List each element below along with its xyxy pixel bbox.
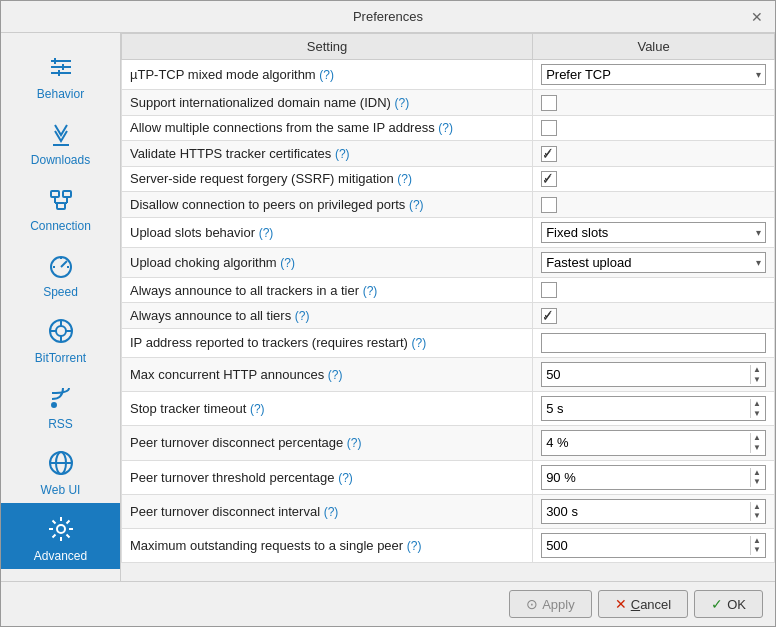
setting-cell: Max concurrent HTTP announces (?) bbox=[122, 357, 533, 391]
checkbox[interactable] bbox=[541, 120, 557, 136]
setting-help-link[interactable]: (?) bbox=[407, 539, 422, 553]
setting-name: Stop tracker timeout bbox=[130, 401, 246, 416]
spinner-controls[interactable]: ▲▼ bbox=[750, 399, 761, 418]
chevron-down-icon: ▾ bbox=[756, 227, 761, 238]
dropdown-value: Fixed slots bbox=[546, 225, 608, 240]
spinner[interactable]: 500▲▼ bbox=[541, 533, 766, 558]
apply-label: Apply bbox=[542, 597, 575, 612]
sidebar-item-bittorrent[interactable]: BitTorrent bbox=[1, 305, 120, 371]
spinner-up-icon[interactable]: ▲ bbox=[753, 502, 761, 512]
sidebar-item-rss[interactable]: RSS bbox=[1, 371, 120, 437]
value-cell: 50▲▼ bbox=[533, 357, 775, 391]
sidebar-item-speed[interactable]: Speed bbox=[1, 239, 120, 305]
spinner-up-icon[interactable]: ▲ bbox=[753, 536, 761, 546]
spinner-value: 5 s bbox=[546, 401, 563, 416]
setting-name: Upload choking algorithm bbox=[130, 255, 277, 270]
col-header-value: Value bbox=[533, 34, 775, 60]
table-row: Always announce to all trackers in a tie… bbox=[122, 277, 775, 303]
setting-help-link[interactable]: (?) bbox=[280, 256, 295, 270]
table-row: Upload choking algorithm (?)Fastest uplo… bbox=[122, 247, 775, 277]
setting-help-link[interactable]: (?) bbox=[397, 172, 412, 186]
setting-help-link[interactable]: (?) bbox=[347, 436, 362, 450]
setting-cell: IP address reported to trackers (require… bbox=[122, 328, 533, 357]
checkbox[interactable] bbox=[541, 95, 557, 111]
spinner[interactable]: 50▲▼ bbox=[541, 362, 766, 387]
dropdown[interactable]: Fastest upload▾ bbox=[541, 252, 766, 273]
setting-help-link[interactable]: (?) bbox=[338, 471, 353, 485]
ok-button[interactable]: ✓ OK bbox=[694, 590, 763, 618]
downloads-icon bbox=[43, 115, 79, 151]
spinner-controls[interactable]: ▲▼ bbox=[750, 433, 761, 452]
setting-name: IP address reported to trackers (require… bbox=[130, 335, 408, 350]
spinner-controls[interactable]: ▲▼ bbox=[750, 502, 761, 521]
setting-help-link[interactable]: (?) bbox=[412, 336, 427, 350]
setting-help-link[interactable]: (?) bbox=[438, 121, 453, 135]
setting-cell: Peer turnover disconnect percentage (?) bbox=[122, 426, 533, 460]
setting-name: Peer turnover threshold percentage bbox=[130, 470, 335, 485]
svg-line-15 bbox=[61, 261, 67, 267]
advanced-icon bbox=[43, 511, 79, 547]
spinner-down-icon[interactable]: ▼ bbox=[753, 545, 761, 555]
setting-help-link[interactable]: (?) bbox=[259, 226, 274, 240]
text-input[interactable] bbox=[541, 333, 766, 353]
sidebar-item-advanced[interactable]: Advanced bbox=[1, 503, 120, 569]
spinner-value: 50 bbox=[546, 367, 560, 382]
sidebar-item-webui[interactable]: Web UI bbox=[1, 437, 120, 503]
spinner-controls[interactable]: ▲▼ bbox=[750, 365, 761, 384]
setting-help-link[interactable]: (?) bbox=[409, 198, 424, 212]
settings-table-scroll[interactable]: Setting Value µTP-TCP mixed mode algorit… bbox=[121, 33, 775, 581]
spinner[interactable]: 4 %▲▼ bbox=[541, 430, 766, 455]
setting-cell: Allow multiple connections from the same… bbox=[122, 115, 533, 141]
setting-help-link[interactable]: (?) bbox=[295, 309, 310, 323]
spinner-down-icon[interactable]: ▼ bbox=[753, 477, 761, 487]
spinner-controls[interactable]: ▲▼ bbox=[750, 468, 761, 487]
checkbox[interactable] bbox=[541, 197, 557, 213]
setting-cell: Validate HTTPS tracker certificates (?) bbox=[122, 141, 533, 167]
table-row: µTP-TCP mixed mode algorithm (?)Prefer T… bbox=[122, 60, 775, 90]
setting-help-link[interactable]: (?) bbox=[319, 68, 334, 82]
close-button[interactable]: ✕ bbox=[747, 9, 767, 25]
setting-help-link[interactable]: (?) bbox=[324, 505, 339, 519]
svg-point-29 bbox=[57, 525, 65, 533]
spinner-up-icon[interactable]: ▲ bbox=[753, 365, 761, 375]
setting-help-link[interactable]: (?) bbox=[335, 147, 350, 161]
setting-name: Upload slots behavior bbox=[130, 225, 255, 240]
sidebar-item-connection[interactable]: Connection bbox=[1, 173, 120, 239]
dropdown[interactable]: Fixed slots▾ bbox=[541, 222, 766, 243]
sidebar-label-rss: RSS bbox=[48, 417, 73, 431]
sidebar-item-behavior[interactable]: Behavior bbox=[1, 41, 120, 107]
apply-button[interactable]: ⊙ Apply bbox=[509, 590, 592, 618]
spinner-down-icon[interactable]: ▼ bbox=[753, 409, 761, 419]
setting-cell: µTP-TCP mixed mode algorithm (?) bbox=[122, 60, 533, 90]
checkbox[interactable] bbox=[541, 282, 557, 298]
spinner-down-icon[interactable]: ▼ bbox=[753, 511, 761, 521]
checkbox[interactable]: ✓ bbox=[541, 308, 557, 324]
setting-help-link[interactable]: (?) bbox=[363, 284, 378, 298]
spinner[interactable]: 5 s▲▼ bbox=[541, 396, 766, 421]
value-cell: ✓ bbox=[533, 166, 775, 192]
spinner-down-icon[interactable]: ▼ bbox=[753, 375, 761, 385]
spinner-value: 90 % bbox=[546, 470, 576, 485]
setting-help-link[interactable]: (?) bbox=[328, 368, 343, 382]
checkbox[interactable]: ✓ bbox=[541, 171, 557, 187]
value-cell bbox=[533, 277, 775, 303]
sidebar-item-downloads[interactable]: Downloads bbox=[1, 107, 120, 173]
spinner-up-icon[interactable]: ▲ bbox=[753, 468, 761, 478]
checkbox[interactable]: ✓ bbox=[541, 146, 557, 162]
table-row: IP address reported to trackers (require… bbox=[122, 328, 775, 357]
spinner[interactable]: 90 %▲▼ bbox=[541, 465, 766, 490]
setting-name: Max concurrent HTTP announces bbox=[130, 367, 324, 382]
webui-icon bbox=[43, 445, 79, 481]
dropdown[interactable]: Prefer TCP▾ bbox=[541, 64, 766, 85]
spinner-up-icon[interactable]: ▲ bbox=[753, 433, 761, 443]
table-row: Always announce to all tiers (?)✓ bbox=[122, 303, 775, 329]
spinner-down-icon[interactable]: ▼ bbox=[753, 443, 761, 453]
spinner-controls[interactable]: ▲▼ bbox=[750, 536, 761, 555]
spinner[interactable]: 300 s▲▼ bbox=[541, 499, 766, 524]
cancel-button[interactable]: ✕ Cancel bbox=[598, 590, 688, 618]
apply-icon: ⊙ bbox=[526, 596, 538, 612]
setting-help-link[interactable]: (?) bbox=[394, 96, 409, 110]
spinner-up-icon[interactable]: ▲ bbox=[753, 399, 761, 409]
setting-help-link[interactable]: (?) bbox=[250, 402, 265, 416]
value-cell bbox=[533, 90, 775, 116]
